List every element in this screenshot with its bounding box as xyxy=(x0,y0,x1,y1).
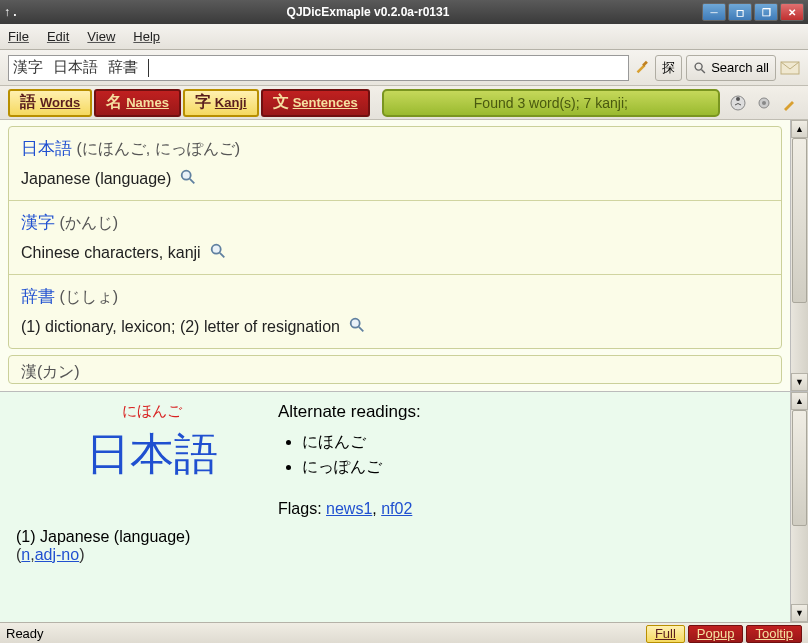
alt-reading: にっぽんご xyxy=(302,457,421,478)
detail-kanji: 日本語 xyxy=(86,425,218,484)
detail-pane: にほんご 日本語 Alternate readings: にほんご にっぽんご … xyxy=(0,392,808,622)
search-all-button[interactable]: Search all xyxy=(686,55,776,81)
meaning: (1) dictionary, lexicon; (2) letter of r… xyxy=(21,318,340,336)
svg-line-11 xyxy=(219,253,224,257)
scroll-track[interactable] xyxy=(791,138,808,373)
scroll-down-icon[interactable]: ▼ xyxy=(791,373,808,391)
menu-help[interactable]: Help xyxy=(133,29,160,44)
status-ready: Ready xyxy=(6,626,643,641)
alt-readings-heading: Alternate readings: xyxy=(278,402,421,422)
meaning: Japanese (language) xyxy=(21,170,171,188)
menubar: File Edit View Help xyxy=(0,24,808,50)
results-scrollbar[interactable]: ▲ ▼ xyxy=(790,120,808,391)
pos-link[interactable]: n xyxy=(21,546,30,563)
svg-point-7 xyxy=(762,101,766,105)
titlebar: ↑ . QJDicExmaple v0.2.0a-r0131 ─ ◻ ❐ ✕ xyxy=(0,0,808,24)
text-cursor xyxy=(148,59,149,77)
titlebar-hint: ↑ . xyxy=(4,5,34,19)
reading: (かんじ) xyxy=(59,214,118,231)
detail-meaning: (1) Japanese (language) xyxy=(16,528,774,546)
result-card[interactable]: 日本語 (にほんご, にっぽんご) Japanese (language) 漢字… xyxy=(8,126,782,349)
about-icon[interactable] xyxy=(728,93,748,113)
mode-popup[interactable]: Popup xyxy=(688,625,744,643)
reading: (にほんご, にっぽんご) xyxy=(76,140,240,157)
magnify-icon[interactable] xyxy=(179,168,197,190)
envelope-icon[interactable] xyxy=(780,60,800,76)
menu-edit[interactable]: Edit xyxy=(47,29,69,44)
svg-line-13 xyxy=(359,327,364,332)
broom-icon[interactable] xyxy=(633,57,651,78)
headword: 日本語 xyxy=(21,139,72,158)
svg-line-2 xyxy=(702,69,706,73)
search-all-label: Search all xyxy=(711,60,769,75)
search-row: 漢字 日本語 辞書 探 Search all xyxy=(0,50,808,86)
results-pane: 日本語 (にほんご, にっぽんご) Japanese (language) 漢字… xyxy=(0,120,808,392)
scroll-thumb[interactable] xyxy=(792,410,807,526)
flag-link[interactable]: nf02 xyxy=(381,500,412,517)
gear-icon[interactable] xyxy=(754,93,774,113)
headword: 辞書 xyxy=(21,287,55,306)
magnify-icon[interactable] xyxy=(209,242,227,264)
detail-scrollbar[interactable]: ▲ ▼ xyxy=(790,392,808,622)
close-button[interactable]: ✕ xyxy=(780,3,804,21)
svg-point-10 xyxy=(211,245,220,254)
flag-link[interactable]: news1 xyxy=(326,500,372,517)
svg-point-8 xyxy=(182,171,191,180)
tab-names[interactable]: 名Names xyxy=(94,89,181,117)
search-icon xyxy=(693,61,707,75)
svg-point-1 xyxy=(695,63,702,70)
search-term: 日本語 xyxy=(53,58,98,77)
menu-view[interactable]: View xyxy=(87,29,115,44)
flags-label: Flags: xyxy=(278,500,322,517)
headword: 漢字 xyxy=(21,213,55,232)
window-title: QJDicExmaple v0.2.0a-r0131 xyxy=(34,5,702,19)
tab-sentences[interactable]: 文Sentences xyxy=(261,89,370,117)
statusbar: Ready Full Popup Tooltip xyxy=(0,622,808,643)
svg-point-5 xyxy=(736,97,740,101)
search-term: 辞書 xyxy=(108,58,138,77)
detail-furigana: にほんご xyxy=(86,402,218,421)
tab-words[interactable]: 語Words xyxy=(8,89,92,117)
scroll-up-icon[interactable]: ▲ xyxy=(791,120,808,138)
scroll-up-icon[interactable]: ▲ xyxy=(791,392,808,410)
search-input[interactable]: 漢字 日本語 辞書 xyxy=(8,55,629,81)
search-term: 漢字 xyxy=(13,58,43,77)
mode-full[interactable]: Full xyxy=(646,625,685,643)
tab-kanji[interactable]: 字Kanji xyxy=(183,89,259,117)
meaning: Chinese characters, kanji xyxy=(21,244,201,262)
clear-icon[interactable] xyxy=(780,93,800,113)
restore-button[interactable]: ❐ xyxy=(754,3,778,21)
result-card-partial[interactable]: 漢(カン) xyxy=(8,355,782,384)
tab-row: 語Words 名Names 字Kanji 文Sentences Found 3 … xyxy=(0,86,808,120)
go-button[interactable]: 探 xyxy=(655,55,682,81)
svg-line-9 xyxy=(190,179,195,184)
svg-point-12 xyxy=(351,319,360,328)
scroll-track[interactable] xyxy=(791,410,808,604)
status-pill: Found 3 word(s); 7 kanji; xyxy=(382,89,720,117)
magnify-icon[interactable] xyxy=(348,316,366,338)
maximize-button[interactable]: ◻ xyxy=(728,3,752,21)
minimize-button[interactable]: ─ xyxy=(702,3,726,21)
reading: (じしょ) xyxy=(59,288,118,305)
alt-reading: にほんご xyxy=(302,432,421,453)
scroll-down-icon[interactable]: ▼ xyxy=(791,604,808,622)
pos-link[interactable]: adj-no xyxy=(35,546,79,563)
menu-file[interactable]: File xyxy=(8,29,29,44)
scroll-thumb[interactable] xyxy=(792,138,807,303)
headword: 漢(カン) xyxy=(21,363,80,380)
mode-tooltip[interactable]: Tooltip xyxy=(746,625,802,643)
